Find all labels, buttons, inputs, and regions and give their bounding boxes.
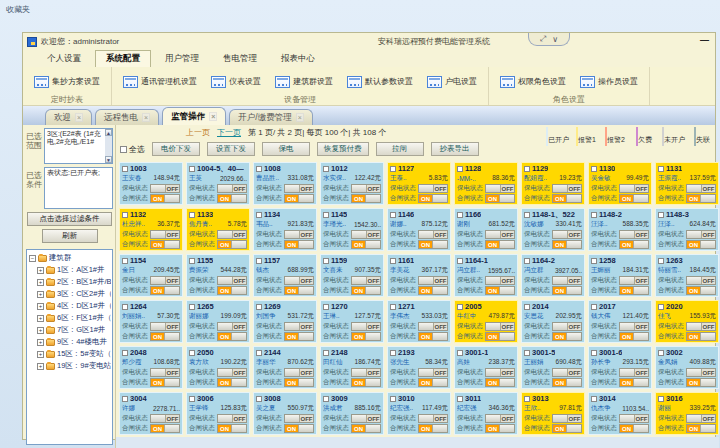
power-keep-toggle[interactable]: OFF [150,322,180,331]
meter-card[interactable]: 1131 王振霞.. 137.59元 保电状态 OFF 合闸状态 ON [655,162,719,205]
meter-card[interactable]: 1263 特丽雪.. 184.45元 保电状态 OFF 合闸状态 ON [655,254,719,297]
switch-state-toggle[interactable]: ON [619,378,649,387]
switch-state-toggle[interactable]: ON [686,286,716,295]
card-checkbox[interactable] [390,212,396,218]
card-checkbox[interactable] [591,396,597,402]
card-checkbox[interactable] [189,212,195,218]
switch-state-toggle[interactable]: ON [217,378,247,387]
expand-icon[interactable]: + [37,351,44,358]
switch-state-toggle[interactable]: ON [150,286,180,295]
switch-state-toggle[interactable]: ON [217,194,247,203]
card-checkbox[interactable] [658,212,664,218]
power-keep-toggle[interactable]: OFF [485,414,515,423]
switch-state-toggle[interactable]: ON [686,378,716,387]
power-keep-toggle[interactable]: OFF [619,368,649,377]
switch-state-toggle[interactable]: ON [485,378,515,387]
meter-card[interactable]: 1154 金日 209.45元 保电状态 OFF 合闸状态 ON [119,254,183,297]
doc-tab-2[interactable]: 监管操作 × [162,107,226,125]
card-checkbox[interactable] [524,396,530,402]
meter-card[interactable]: 3014 仇杰争 1103.54.. 保电状态 OFF 合闸状态 ON [588,392,652,435]
power-keep-toggle[interactable]: OFF [686,322,716,331]
meter-card[interactable]: 2050 袁方欣 190.22元 保电状态 OFF 合闸状态 ON [186,346,250,389]
meter-card[interactable]: 1164-1 冯立群.. 1595.67.. 保电状态 OFF 合闸状态 ON [454,254,518,297]
select-all-checkbox[interactable] [120,146,127,153]
ribbon-button[interactable]: 户电设置 [420,74,484,90]
toolbar-button-5[interactable]: 抄表导出 [431,142,479,156]
meter-card[interactable]: 1132 杜忠祥.. 36.37元 保电状态 OFF 合闸状态 ON [119,208,183,251]
next-page-link[interactable]: 下一页 [217,127,241,138]
meter-card[interactable]: 2005 牛红中 479.87元 保电状态 OFF 合闸状态 ON [454,300,518,343]
card-checkbox[interactable] [390,166,396,172]
listbox-scrollbar[interactable]: ▲ ▼ [105,129,112,163]
meter-card[interactable]: 1127 王泰.. 5.83元 保电状态 OFF 合闸状态 ON [387,162,451,205]
meter-card[interactable]: 3004 许娜 2278.71.. 保电状态 OFF 合闸状态 ON [119,392,183,435]
power-keep-toggle[interactable]: OFF [284,230,314,239]
power-keep-toggle[interactable]: OFF [552,368,582,377]
meter-card[interactable]: 1271 李伟杰 533.03元 保电状态 OFF 合闸状态 ON [387,300,451,343]
card-checkbox[interactable] [122,212,128,218]
switch-state-toggle[interactable]: ON [150,240,180,249]
chevron-down-icon[interactable]: ∨ [552,35,558,44]
card-checkbox[interactable] [524,258,530,264]
switch-state-toggle[interactable]: ON [552,286,582,295]
choose-filter-button[interactable]: 点击选择过滤条件 [27,212,112,226]
power-keep-toggle[interactable]: OFF [418,184,448,193]
power-keep-toggle[interactable]: OFF [284,414,314,423]
switch-state-toggle[interactable]: ON [418,332,448,341]
switch-state-toggle[interactable]: ON [351,332,381,341]
switch-state-toggle[interactable]: ON [552,332,582,341]
ribbon-button[interactable]: 仪表设置 [204,74,268,90]
switch-state-toggle[interactable]: ON [217,332,247,341]
meter-card[interactable]: 1128 -MM-.. 88.36元 保电状态 OFF 合闸状态 ON [454,162,518,205]
card-checkbox[interactable] [122,166,128,172]
meter-card[interactable]: 1159 文喜来 907.35元 保电状态 OFF 合闸状态 ON [320,254,384,297]
card-checkbox[interactable] [591,258,597,264]
meter-card[interactable]: 2014 安思花 202.95元 保电状态 OFF 合闸状态 ON [521,300,585,343]
power-keep-toggle[interactable]: OFF [619,230,649,239]
power-keep-toggle[interactable]: OFF [351,414,381,423]
power-keep-toggle[interactable]: OFF [217,184,247,193]
power-keep-toggle[interactable]: OFF [686,368,716,377]
card-checkbox[interactable] [323,166,329,172]
meter-card[interactable]: 1270 王琳.. 127.57元 保电状态 OFF 合闸状态 ON [320,300,384,343]
card-checkbox[interactable] [122,258,128,264]
expand-icon[interactable]: + [37,291,44,298]
switch-state-toggle[interactable]: ON [552,424,582,433]
toolbar-button-1[interactable]: 设置下发 [207,142,255,156]
meter-card[interactable]: 1145 李瑾光.. 1542.30.. 保电状态 OFF 合闸状态 ON [320,208,384,251]
switch-state-toggle[interactable]: ON [284,194,314,203]
meter-card[interactable]: 1008 曹品胜.. 331.08元 保电状态 OFF 合闸状态 ON [253,162,317,205]
select-all[interactable]: 全选 [120,144,145,155]
toolbar-button-0[interactable]: 电价下发 [152,142,200,156]
switch-state-toggle[interactable]: ON [150,378,180,387]
expand-icon[interactable]: + [37,303,44,310]
meter-card[interactable]: 1148-1、522 沈敏娜 330.41元 保电状态 OFF 合闸状态 ON [521,208,585,251]
meter-card[interactable]: 1269 刘国争 531.72元 保电状态 OFF 合闸状态 ON [253,300,317,343]
expand-icon[interactable]: + [37,267,44,274]
menu-item-0[interactable]: 个人设置 [37,51,91,67]
switch-state-toggle[interactable]: ON [686,332,716,341]
switch-state-toggle[interactable]: ON [351,378,381,387]
power-keep-toggle[interactable]: OFF [418,322,448,331]
switch-state-toggle[interactable]: ON [284,286,314,295]
card-checkbox[interactable] [189,304,195,310]
power-keep-toggle[interactable]: OFF [351,184,381,193]
power-keep-toggle[interactable]: OFF [418,276,448,285]
ribbon-button[interactable]: 集抄方案设置 [27,74,107,90]
power-keep-toggle[interactable]: OFF [552,414,582,423]
power-keep-toggle[interactable]: OFF [619,414,649,423]
switch-state-toggle[interactable]: ON [686,424,716,433]
switch-state-toggle[interactable]: ON [284,240,314,249]
power-keep-toggle[interactable]: OFF [485,230,515,239]
power-keep-toggle[interactable]: OFF [217,368,247,377]
power-keep-toggle[interactable]: OFF [150,368,180,377]
tree-node-6[interactable]: + 9区：4#楼电井（4#楼 [29,336,111,348]
card-checkbox[interactable] [390,258,396,264]
expand-icon[interactable]: + [37,315,44,322]
power-keep-toggle[interactable]: OFF [284,184,314,193]
power-keep-toggle[interactable]: OFF [284,276,314,285]
meter-card[interactable]: 3011 纪宏强 346.36元 保电状态 OFF 合闸状态 ON [454,392,518,435]
card-checkbox[interactable] [189,350,195,356]
expand-icon[interactable]: + [37,363,44,370]
meter-card[interactable]: 2193 张先生 58.34元 保电状态 OFF 合闸状态 ON [387,346,451,389]
